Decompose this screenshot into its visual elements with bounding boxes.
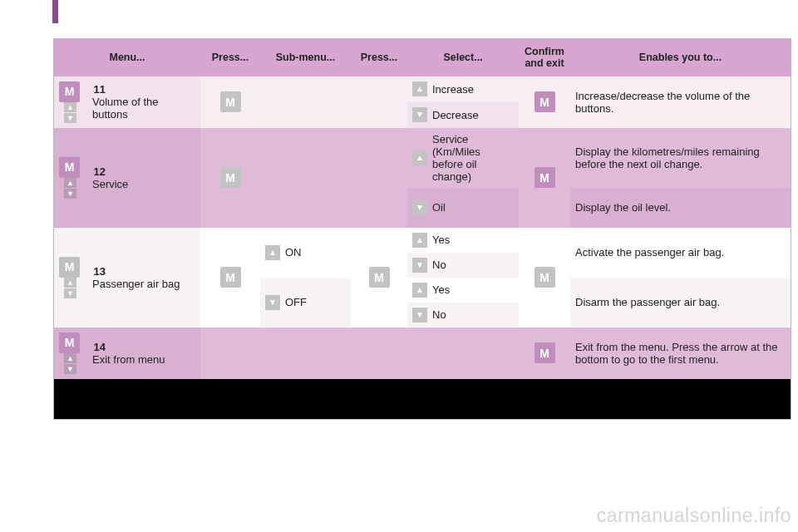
updown-arrows-icon: ▲▼ <box>64 178 76 199</box>
row12-menutxt: Service <box>89 178 182 190</box>
m-button-icon: M <box>59 157 80 178</box>
row13-sel-n2: No <box>427 303 519 328</box>
row13-selarrow-y2: ▲ <box>407 278 427 303</box>
hdr-press2: Press... <box>351 39 407 76</box>
row11-confirm: M <box>519 76 570 128</box>
row12-menu: 12Service <box>84 128 200 228</box>
menu-table-frame: Menu... Press... Sub-menu... Press... Se… <box>53 38 791 420</box>
m-button-icon: M <box>59 332 80 353</box>
hdr-submenu: Sub-menu... <box>260 39 351 76</box>
down-arrow-icon: ▼ <box>412 200 427 215</box>
menu-table: Menu... Press... Sub-menu... Press... Se… <box>54 39 791 419</box>
m-button-icon: M <box>59 81 80 102</box>
down-arrow-icon: ▼ <box>412 107 427 122</box>
row13-sel-n1: No <box>427 253 519 278</box>
row13-selarrow-y1: ▲ <box>407 228 427 253</box>
row12-mcell: M▲▼ <box>54 128 84 228</box>
row13-num: 13 <box>89 265 106 278</box>
row13-selarrow-n1: ▼ <box>407 253 427 278</box>
row11-enables: Increase/decrease the volume of the butt… <box>570 76 791 128</box>
row11-selarrow-dn: ▼ <box>407 102 427 128</box>
row11-sel-up: Increase <box>427 76 519 102</box>
row11-menu: 11Volume of the buttons <box>84 76 200 128</box>
hdr-menu: Menu... <box>54 39 200 76</box>
up-arrow-icon: ▲ <box>265 245 280 260</box>
down-arrow-icon: ▼ <box>412 308 427 323</box>
m-button-icon: M <box>534 91 555 112</box>
updown-arrows-icon: ▲▼ <box>64 278 76 298</box>
row13-p2: M <box>351 228 407 328</box>
row11-menutxt: Volume of the buttons <box>89 96 182 121</box>
row-11-a: M▲▼ 11Volume of the buttons M ▲ Increase… <box>54 76 791 102</box>
down-arrow-icon: ▼ <box>412 258 427 273</box>
m-button-icon: M <box>220 267 241 288</box>
watermark: carmanualsonline.info <box>597 505 791 527</box>
row14-menu: 14Exit from menu <box>84 328 200 379</box>
updown-arrows-icon: ▲▼ <box>64 353 76 374</box>
row13-press: M <box>200 228 260 328</box>
m-button-icon: M <box>534 267 555 288</box>
row13-sel-y1: Yes <box>427 228 519 253</box>
hdr-enables: Enables you to... <box>570 39 791 76</box>
row13-subarrow-on: ▲ <box>260 228 280 278</box>
row11-num: 11 <box>89 83 106 96</box>
row13-enables-on: Activate the passenger air bag. <box>570 228 791 278</box>
row11-selarrow-up: ▲ <box>407 76 427 102</box>
row13-mcell: M▲▼ <box>54 228 84 328</box>
updown-arrows-icon: ▲▼ <box>64 102 76 123</box>
row12-selarrow-up: ▲ <box>407 128 427 188</box>
side-tab <box>52 0 58 23</box>
row13-confirm: M <box>519 228 570 328</box>
row14-enables: Exit from the menu. Press the arrow at t… <box>570 328 791 379</box>
row12-enables-up: Display the kilometres/miles remaining b… <box>570 128 791 188</box>
row12-sel-dn: Oil <box>427 188 519 228</box>
m-button-icon: M <box>220 91 241 112</box>
row13-menu: 13Passenger air bag <box>84 228 200 328</box>
row14-span <box>200 328 519 379</box>
hdr-select: Select... <box>407 39 519 76</box>
row11-p2 <box>351 76 407 128</box>
hdr-press1: Press... <box>200 39 260 76</box>
header-row: Menu... Press... Sub-menu... Press... Se… <box>54 39 791 76</box>
m-button-icon: M <box>534 167 555 188</box>
row-14: M▲▼ 14Exit from menu M Exit from the men… <box>54 328 791 379</box>
row12-sel-up: Service (Km/Miles before oil change) <box>427 128 519 188</box>
m-button-icon: M <box>369 267 390 288</box>
row14-confirm: M <box>519 328 570 379</box>
row12-enables-dn: Display the oil level. <box>570 188 791 228</box>
up-arrow-icon: ▲ <box>412 283 427 298</box>
row11-press: M <box>200 76 260 128</box>
row13-sel-y2: Yes <box>427 278 519 303</box>
m-button-icon: M <box>220 167 241 188</box>
row12-press: M <box>200 128 260 228</box>
row12-selarrow-dn: ▼ <box>407 188 427 228</box>
m-button-icon: M <box>59 257 80 278</box>
footer-bar <box>54 379 791 419</box>
row11-sel-dn: Decrease <box>427 102 519 128</box>
row14-num: 14 <box>89 341 106 353</box>
row13-selarrow-n2: ▼ <box>407 303 427 328</box>
row12-sub <box>260 128 351 228</box>
up-arrow-icon: ▲ <box>412 81 427 96</box>
row12-num: 12 <box>89 165 106 178</box>
row12-p2 <box>351 128 407 228</box>
row13-sub-off: OFF <box>280 278 351 328</box>
m-button-icon: M <box>534 342 555 363</box>
row13-subarrow-off: ▼ <box>260 278 280 328</box>
row-13-a: M▲▼ 13Passenger air bag M ▲ ON M ▲ Yes M… <box>54 228 791 253</box>
row14-menutxt: Exit from menu <box>89 353 182 366</box>
up-arrow-icon: ▲ <box>412 150 427 165</box>
row13-sub-on: ON <box>280 228 351 278</box>
row11-sub <box>260 76 351 128</box>
up-arrow-icon: ▲ <box>412 233 427 248</box>
row12-confirm: M <box>519 128 570 228</box>
footer-row <box>54 379 791 419</box>
row11-mcell: M▲▼ <box>54 76 84 128</box>
row13-enables-off: Disarm the passenger air bag. <box>570 278 791 328</box>
row14-mcell: M▲▼ <box>54 328 84 379</box>
row13-menutxt: Passenger air bag <box>89 278 182 290</box>
hdr-confirm: Confirm and exit <box>519 39 570 76</box>
row-12-a: M▲▼ 12Service M ▲ Service (Km/Miles befo… <box>54 128 791 188</box>
down-arrow-icon: ▼ <box>265 295 280 310</box>
